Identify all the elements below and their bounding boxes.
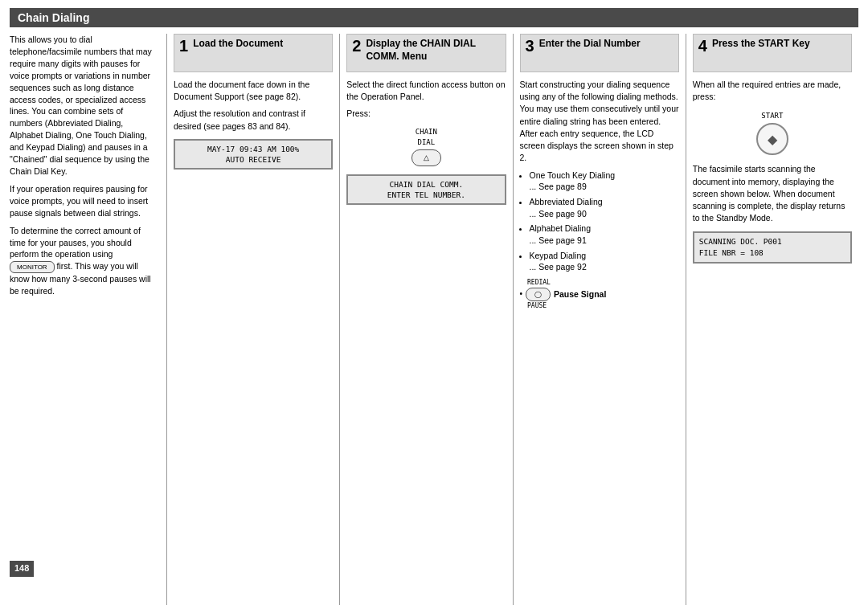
step-4-body: When all the required entries are made, … [693,79,852,605]
step-2-column: 2 Display the CHAIN DIAL COMM. Menu Sele… [339,34,512,605]
step-1-lcd-line1: MAY-17 09:43 AM 100% [207,145,299,153]
page-container: Chain Dialing This allows you to dial te… [0,0,868,613]
chain-label-bottom: DIAL [346,137,506,148]
start-diamond-button: ◆ [756,123,788,155]
step-1-column: 1 Load the Document Load the document fa… [166,34,339,605]
steps-area: 1 Load the Document Load the document fa… [166,34,858,605]
step-1-body: Load the document face down in the Docum… [174,79,333,605]
pause-signal-icon-area: REDIAL ◯ PAUSE [526,278,551,311]
step-1-lcd-line2: AUTO RECEIVE [226,155,281,164]
intro-para-2: If your operation requires pausing for v… [10,183,158,219]
step-1-number: 1 [179,38,188,54]
step-2-body: Select the direct function access button… [346,79,506,605]
step-2-para-2: Press: [346,108,506,120]
bottom-bar: 148 [10,297,158,577]
intro-column: This allows you to dial telephone/facsim… [10,34,166,605]
step-1-title: Load the Document [193,38,283,51]
step-3-title: Enter the Dial Number [539,38,641,51]
step-2-para-1: Select the direct function access button… [346,79,506,103]
scanning-lcd-line2: FILE NBR = 108 [699,248,764,257]
step-1-para-1: Load the document face down in the Docum… [174,79,333,103]
step-4-para-1: When all the required entries are made, … [693,79,852,103]
step-3-header: 3 Enter the Dial Number [520,34,679,72]
start-button-area: START ◆ [693,111,852,155]
chain-dial-icon-area: CHAIN DIAL △ [346,127,506,168]
redial-label: REDIAL [527,278,551,288]
content-area: This allows you to dial telephone/facsim… [10,34,858,605]
step-1-lcd: MAY-17 09:43 AM 100% AUTO RECEIVE [174,139,333,170]
page-number: 148 [10,561,34,577]
chain-dial-button: △ [411,149,441,166]
bullet-item-1: One Touch Key Dialing ... See page 89 [530,170,679,193]
step-4-column: 4 Press the START Key When all the requi… [686,34,858,605]
pause-label: PAUSE [527,301,551,311]
pause-button: ◯ [526,288,551,302]
bullet-item-4: Keypad Dialing ... See page 92 [530,250,679,273]
scanning-lcd-line1: SCANNING DOC. P001 [699,237,782,246]
page-title: Chain Dialing [10,8,858,27]
step-4-title: Press the START Key [712,38,810,51]
step-3-para-1: Start constructing your dialing sequence… [520,79,679,165]
bullet-item-3: Alphabet Dialing ... See page 91 [530,223,679,246]
step-2-lcd-line1: CHAIN DIAL COMM. [390,180,464,189]
step-4-para-2: The facsimile starts scanning the docume… [693,163,852,224]
step-3-bullet-list: One Touch Key Dialing ... See page 89 Ab… [520,170,679,274]
step-2-number: 2 [352,38,361,54]
step-2-title: Display the CHAIN DIAL COMM. Menu [366,38,500,63]
step-1-para-2: Adjust the resolution and contrast if de… [174,108,333,132]
step-2-lcd: CHAIN DIAL COMM. ENTER TEL NUMBER. [346,174,506,206]
chain-label-top: CHAIN [346,127,506,137]
step-2-lcd-line2: ENTER TEL NUMBER. [387,190,465,199]
step-4-scanning-lcd: SCANNING DOC. P001 FILE NBR = 108 [693,231,852,264]
step-4-number: 4 [698,38,707,54]
bullet-item-2: Abbreviated Dialing ... See page 90 [530,196,679,219]
intro-para-3: To determine the correct amount of time … [10,225,158,297]
monitor-icon: MONITOR [10,261,55,273]
step-3-body: Start constructing your dialing sequence… [520,79,679,605]
step-4-header: 4 Press the START Key [693,34,852,72]
pause-signal-label: Pause Signal [554,288,606,300]
step-2-header: 2 Display the CHAIN DIAL COMM. Menu [346,34,506,72]
start-label: START [693,111,852,121]
pause-signal-row: • REDIAL ◯ PAUSE Pause Signal [520,278,679,311]
step-3-column: 3 Enter the Dial Number Start constructi… [513,34,686,605]
step-1-header: 1 Load the Document [174,34,333,72]
intro-para-1: This allows you to dial telephone/facsim… [10,34,158,178]
step-3-number: 3 [526,38,534,54]
